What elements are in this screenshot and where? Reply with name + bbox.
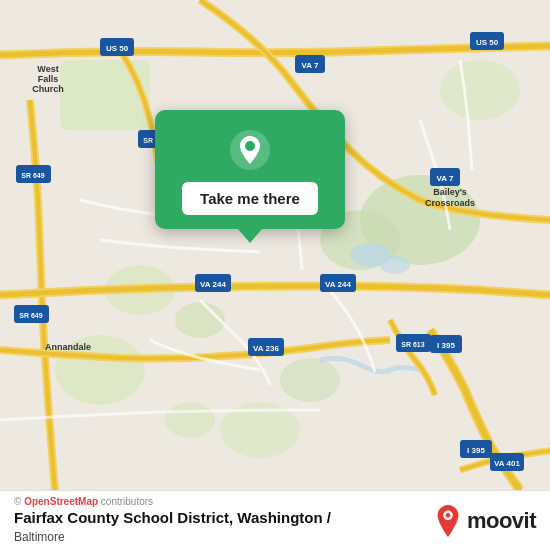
moovit-brand-text: moovit — [467, 508, 536, 534]
svg-text:SR 613: SR 613 — [401, 341, 424, 348]
svg-point-6 — [175, 302, 225, 338]
svg-text:Bailey's: Bailey's — [433, 187, 467, 197]
svg-point-48 — [245, 141, 255, 151]
location-popup: Take me there — [155, 110, 345, 229]
location-pin-icon — [228, 128, 272, 172]
bottom-left-info: © OpenStreetMap contributors Fairfax Cou… — [14, 496, 331, 545]
svg-text:Church: Church — [32, 84, 64, 94]
osm-attribution: © OpenStreetMap contributors — [14, 496, 331, 507]
svg-rect-3 — [60, 60, 150, 130]
svg-point-4 — [440, 60, 520, 120]
take-me-there-button[interactable]: Take me there — [182, 182, 318, 215]
svg-point-12 — [380, 256, 410, 274]
svg-text:VA 244: VA 244 — [325, 280, 351, 289]
svg-text:Crossroads: Crossroads — [425, 198, 475, 208]
location-subtitle-text: Baltimore — [14, 530, 65, 544]
svg-point-10 — [165, 402, 215, 438]
location-name-line: Fairfax County School District, Washingt… — [14, 509, 331, 527]
svg-text:VA 401: VA 401 — [494, 459, 520, 468]
location-title: Fairfax County School District, Washingt… — [14, 509, 331, 526]
svg-text:Falls: Falls — [38, 74, 59, 84]
osm-link[interactable]: OpenStreetMap — [24, 496, 98, 507]
location-subtitle: Baltimore — [14, 527, 331, 545]
map-area: US 50 US 50 VA 7 VA 7 SR 649 SR 649 SR 6… — [0, 0, 550, 490]
svg-text:Annandale: Annandale — [45, 342, 91, 352]
svg-text:VA 236: VA 236 — [253, 344, 279, 353]
svg-text:US 50: US 50 — [476, 38, 499, 47]
moovit-pin-icon — [434, 503, 462, 539]
svg-text:I 395: I 395 — [467, 446, 485, 455]
svg-text:SR 649: SR 649 — [21, 172, 44, 179]
svg-point-50 — [446, 512, 451, 517]
svg-text:VA 7: VA 7 — [302, 61, 319, 70]
bottom-bar: © OpenStreetMap contributors Fairfax Cou… — [0, 490, 550, 550]
svg-point-8 — [280, 358, 340, 402]
svg-text:West: West — [37, 64, 58, 74]
map-background: US 50 US 50 VA 7 VA 7 SR 649 SR 649 SR 6… — [0, 0, 550, 490]
svg-text:SR 649: SR 649 — [19, 312, 42, 319]
moovit-logo[interactable]: moovit — [434, 503, 536, 539]
svg-text:VA 7: VA 7 — [437, 174, 454, 183]
svg-text:I 395: I 395 — [437, 341, 455, 350]
svg-text:VA 244: VA 244 — [200, 280, 226, 289]
svg-text:US 50: US 50 — [106, 44, 129, 53]
